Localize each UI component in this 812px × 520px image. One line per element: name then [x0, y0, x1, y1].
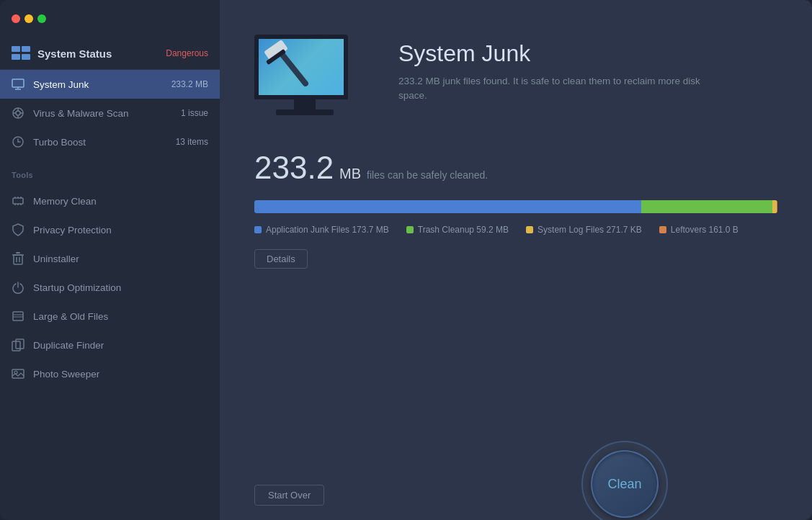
shield-icon: [12, 223, 24, 236]
legend-label-blue: Application Junk Files 173.7 MB: [266, 225, 389, 235]
svg-point-29: [14, 371, 17, 374]
status-badge: Dangerous: [166, 48, 208, 58]
legend-item-yellow: System Log Files 271.7 KB: [526, 225, 642, 235]
monitor-base: [276, 109, 334, 115]
monitor-screen: [254, 35, 348, 99]
nav-item-virus-malware[interactable]: Virus & Malware Scan 1 issue: [0, 99, 220, 127]
system-status-icon: [12, 46, 32, 60]
legend: Application Junk Files 173.7 MB Trash Cl…: [254, 225, 777, 235]
svg-rect-10: [13, 198, 23, 204]
legend-dot-yellow: [526, 226, 533, 233]
nav-label-photo-sweeper: Photo Sweeper: [33, 369, 208, 380]
nav-item-memory-clean[interactable]: Memory Clean: [0, 187, 220, 215]
legend-label-orange: Leftovers 161.0 B: [671, 225, 739, 235]
nav-item-large-files[interactable]: Large & Old Files: [0, 302, 220, 331]
nav-label-turbo: Turbo Boost: [33, 137, 167, 148]
trash-icon: [12, 252, 24, 265]
start-over-button[interactable]: Start Over: [254, 485, 324, 506]
legend-dot-orange: [659, 226, 666, 233]
main-content: System Junk 233.2 MB junk files found. I…: [220, 0, 812, 520]
monitor-stand: [294, 99, 316, 109]
clean-button-outer: Clean: [581, 441, 668, 520]
nav-item-duplicate[interactable]: Duplicate Finder: [0, 331, 220, 359]
size-display: 233.2 MB files can be safely cleaned.: [254, 150, 777, 186]
nav-item-photo-sweeper[interactable]: Photo Sweeper: [0, 359, 220, 388]
turbo-icon: [12, 135, 24, 148]
system-status-header: System Status Dangerous: [0, 37, 220, 70]
duplicate-icon: [12, 339, 24, 351]
legend-item-orange: Leftovers 161.0 B: [659, 225, 739, 235]
minimize-button[interactable]: [24, 14, 33, 23]
nav-label-duplicate: Duplicate Finder: [33, 340, 208, 351]
nav-item-uninstaller[interactable]: Uninstaller: [0, 244, 220, 273]
memory-icon: [12, 194, 24, 207]
progress-segment-green: [641, 200, 772, 213]
close-button[interactable]: [12, 14, 20, 23]
nav-badge-virus: 1 issue: [181, 108, 208, 118]
nav-item-turbo-boost[interactable]: Turbo Boost 13 items: [0, 127, 220, 156]
nav-label-startup: Startup Optimization: [33, 282, 208, 293]
svg-point-4: [16, 111, 20, 115]
svg-rect-23: [13, 312, 23, 320]
legend-dot-green: [406, 226, 414, 233]
svg-rect-17: [14, 255, 22, 264]
page-description: 233.2 MB junk files found. It is safe to…: [398, 74, 701, 104]
traffic-lights: [12, 14, 46, 23]
size-value: 233.2: [254, 150, 334, 186]
nav-label-memory-clean: Memory Clean: [33, 196, 208, 207]
files-icon: [12, 310, 24, 323]
tools-label: Tools: [12, 171, 33, 179]
clean-button-label: Clean: [607, 477, 641, 492]
nav-item-system-junk[interactable]: System Junk 233.2 MB: [0, 70, 220, 99]
legend-item-blue: Application Junk Files 173.7 MB: [254, 225, 389, 235]
page-title: System Junk: [398, 40, 701, 67]
legend-item-green: Trash Cleanup 59.2 MB: [406, 225, 509, 235]
nav-item-startup[interactable]: Startup Optimization: [0, 273, 220, 302]
size-unit: MB: [339, 166, 361, 182]
nav-badge-turbo: 13 items: [176, 137, 208, 147]
legend-label-yellow: System Log Files 271.7 KB: [537, 225, 642, 235]
legend-label-green: Trash Cleanup 59.2 MB: [418, 225, 509, 235]
virus-icon: [12, 107, 24, 120]
title-desc-area: System Junk 233.2 MB junk files found. I…: [398, 35, 701, 104]
nav-badge-system-junk: 233.2 MB: [171, 79, 208, 89]
progress-segment-orange: [777, 200, 777, 213]
clean-button[interactable]: Clean: [591, 450, 659, 518]
progress-segment-blue: [254, 200, 641, 213]
details-button[interactable]: Details: [254, 249, 308, 269]
power-icon: [12, 281, 24, 294]
stats-area: 233.2 MB files can be safely cleaned. Ap…: [220, 150, 812, 434]
app-title: System Status: [37, 48, 112, 60]
monitor-icon: [12, 78, 24, 91]
title-bar: [0, 0, 220, 37]
nav-label-uninstaller: Uninstaller: [33, 254, 208, 264]
system-junk-illustration: [254, 35, 370, 128]
nav-label-virus: Virus & Malware Scan: [33, 108, 172, 119]
svg-rect-0: [12, 79, 24, 87]
tools-section-label: Tools: [0, 156, 220, 187]
nav-label-privacy: Privacy Protection: [33, 225, 208, 236]
nav-label-system-junk: System Junk: [33, 79, 163, 90]
photo-icon: [12, 367, 24, 380]
nav-label-large-files: Large & Old Files: [33, 311, 208, 322]
maximize-button[interactable]: [37, 14, 46, 23]
progress-bar: [254, 200, 777, 213]
size-desc: files can be safely cleaned.: [367, 169, 488, 181]
bottom-area: Start Over Clean: [220, 434, 812, 520]
legend-dot-blue: [254, 226, 262, 233]
main-header: System Junk 233.2 MB junk files found. I…: [220, 0, 812, 150]
sidebar: System Status Dangerous System Junk 233.…: [0, 0, 220, 520]
nav-item-privacy[interactable]: Privacy Protection: [0, 215, 220, 244]
